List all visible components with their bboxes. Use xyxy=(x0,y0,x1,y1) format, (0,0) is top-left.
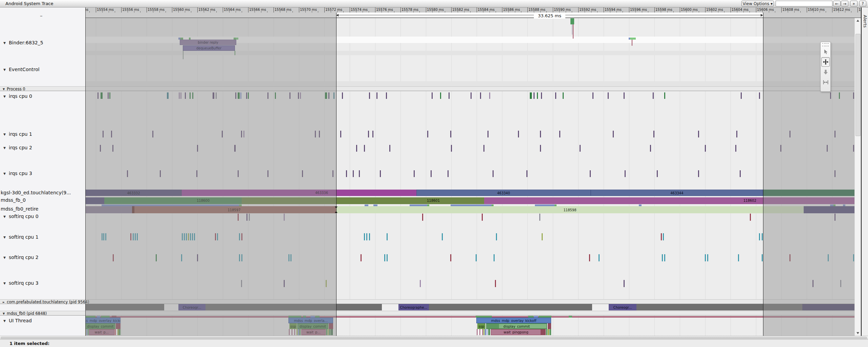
horizontal-scrollbar[interactable] xyxy=(0,336,868,339)
expanded-triangle-icon[interactable]: ▼ xyxy=(3,133,6,136)
expanded-triangle-icon[interactable]: ▼ xyxy=(3,256,6,259)
expanded-triangle-icon[interactable]: ▼ xyxy=(3,282,6,285)
help-button[interactable]: ? xyxy=(859,1,866,6)
alerts-tab-label: Alerts xyxy=(863,15,868,28)
sidebar-item-eventcontrol[interactable]: EventControl xyxy=(9,67,40,72)
sidebar-item-irqs-cpu-0[interactable]: irqs cpu 0 xyxy=(9,93,32,99)
right-arrow-icon: → xyxy=(843,1,846,6)
alerts-panel-tab[interactable]: Alerts xyxy=(861,7,868,336)
sidebar-item-softirq-cpu-3[interactable]: softirq cpu 3 xyxy=(9,280,39,286)
window-title: Android System Trace xyxy=(5,1,53,6)
scroll-down-icon[interactable] xyxy=(856,332,859,334)
selection-marker-bottom xyxy=(335,211,338,213)
expanded-triangle-icon[interactable]: ▼ xyxy=(3,172,6,175)
selection-marker-top xyxy=(335,207,338,208)
sidebar-labels: ▼Binder:6832_5▼EventControl▼irqs cpu 0▼i… xyxy=(0,0,85,347)
cursor-icon xyxy=(823,49,828,55)
expanded-triangle-icon[interactable]: ▼ xyxy=(3,95,6,98)
vertical-scrollbar-thumb[interactable] xyxy=(855,34,861,136)
expanded-triangle-icon[interactable]: ▼ xyxy=(3,236,6,239)
chevron-down-icon: ▾ xyxy=(771,1,773,6)
view-options-button[interactable]: View Options ▾ xyxy=(741,1,774,6)
selection-line-end xyxy=(763,13,763,336)
question-icon: ? xyxy=(862,1,864,6)
sidebar-item-irqs-cpu-3[interactable]: irqs cpu 3 xyxy=(9,171,32,176)
sidebar-item-irqs-cpu-2[interactable]: irqs cpu 2 xyxy=(9,145,32,150)
measurement-value: 33.625 ms xyxy=(534,13,565,19)
fast-forward-button[interactable]: » xyxy=(850,1,858,6)
sidebar-item-ui-thread[interactable]: UI Thread xyxy=(9,318,32,323)
measurement-readout: 33.625 ms xyxy=(336,12,763,18)
horizontal-scrollbar-thumb[interactable] xyxy=(1,337,867,339)
scroll-up-icon[interactable] xyxy=(856,20,859,22)
forward-button[interactable]: → xyxy=(841,1,848,6)
expanded-triangle-icon[interactable]: ▼ xyxy=(3,68,6,71)
selection-tool-button[interactable] xyxy=(821,47,830,57)
title-bar: Android System Trace View Options ▾ ← → … xyxy=(0,0,868,7)
timing-range-icon xyxy=(823,80,828,85)
expanded-triangle-icon[interactable]: ▼ xyxy=(3,215,6,218)
sidebar-item-softirq-cpu-1[interactable]: softirq cpu 1 xyxy=(9,234,39,240)
sidebar-item-mdss-fb-0[interactable]: mdss_fb_0 xyxy=(1,197,26,203)
status-bar: 1 item selected: xyxy=(0,339,868,347)
sidebar-item-softirq-cpu-2[interactable]: softirq cpu 2 xyxy=(9,255,39,260)
double-chevron-icon: » xyxy=(852,1,855,6)
expanded-triangle-icon[interactable]: ▼ xyxy=(3,146,6,150)
selection-line-start xyxy=(336,13,337,336)
tool-panel xyxy=(820,42,831,92)
sidebar-item-binder-6832-5[interactable]: Binder:6832_5 xyxy=(9,40,43,45)
back-button[interactable]: ← xyxy=(833,1,841,6)
zoom-tool-button[interactable] xyxy=(821,67,830,77)
sidebar-divider xyxy=(85,7,86,336)
pan-icon xyxy=(823,59,828,65)
expanded-triangle-icon[interactable]: ▼ xyxy=(3,41,6,45)
left-arrow-icon: ← xyxy=(835,1,839,6)
sidebar-item-softirq-cpu-0[interactable]: softirq cpu 0 xyxy=(9,214,39,219)
dimmed-region-right xyxy=(763,13,861,336)
view-options-label: View Options xyxy=(743,1,769,6)
vertical-scrollbar[interactable] xyxy=(854,18,861,336)
timing-tool-button[interactable] xyxy=(821,78,830,87)
sidebar-item-irqs-cpu-1[interactable]: irqs cpu 1 xyxy=(9,131,32,137)
tool-panel-grip[interactable] xyxy=(822,43,829,46)
pan-tool-button[interactable] xyxy=(821,57,830,67)
status-text: 1 item selected: xyxy=(9,341,49,346)
down-arrow-icon xyxy=(823,69,828,75)
sidebar-item-kgsl-3d0[interactable]: kgsl-3d0_ed.touchlatency(9... xyxy=(1,190,71,195)
search-input[interactable] xyxy=(776,1,832,6)
sidebar-item-mdss-fb0-retire[interactable]: mdss_fb0_retire xyxy=(1,206,38,212)
expanded-triangle-icon[interactable]: ▼ xyxy=(3,319,6,323)
dimmed-region-left xyxy=(85,13,336,336)
